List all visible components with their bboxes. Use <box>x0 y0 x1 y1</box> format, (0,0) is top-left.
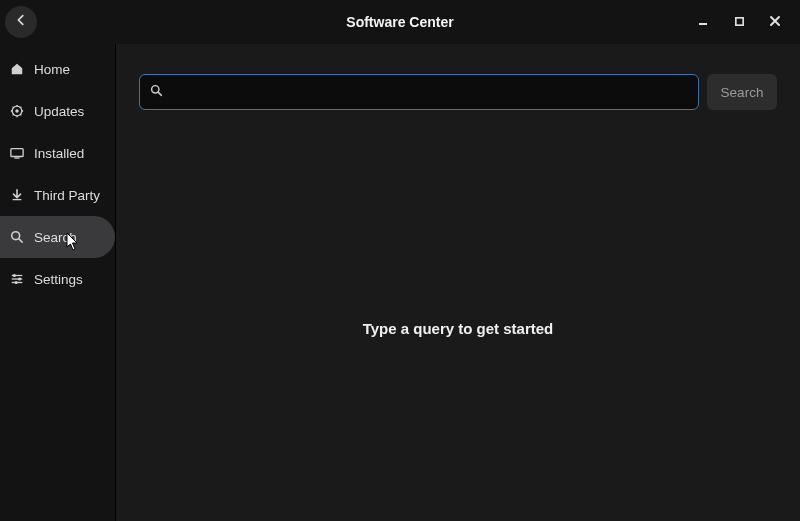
empty-state-text: Type a query to get started <box>363 320 554 337</box>
window-controls <box>694 13 800 31</box>
sidebar-item-updates[interactable]: Updates <box>0 90 115 132</box>
search-input[interactable] <box>171 85 688 100</box>
back-arrow-icon <box>14 13 28 31</box>
svg-line-16 <box>158 92 161 95</box>
sidebar: Home Updates Installed Third Party Searc <box>0 44 116 521</box>
sidebar-item-label: Installed <box>34 146 84 161</box>
search-box[interactable] <box>139 74 699 110</box>
main-panel: Search Type a query to get started <box>116 44 800 521</box>
sidebar-item-search[interactable]: Search <box>0 216 115 258</box>
svg-rect-6 <box>13 199 22 200</box>
svg-point-10 <box>13 274 16 277</box>
titlebar: Software Center <box>0 0 800 44</box>
close-icon <box>769 13 781 31</box>
maximize-icon <box>734 13 745 31</box>
search-button[interactable]: Search <box>707 74 778 110</box>
search-button-label: Search <box>721 85 764 100</box>
sidebar-item-label: Settings <box>34 272 83 287</box>
svg-point-14 <box>15 281 18 284</box>
maximize-button[interactable] <box>730 13 748 31</box>
download-icon <box>10 188 24 202</box>
search-icon <box>10 230 24 244</box>
sidebar-item-third-party[interactable]: Third Party <box>0 174 115 216</box>
svg-rect-0 <box>699 23 707 25</box>
minimize-icon <box>697 13 709 31</box>
sidebar-item-label: Updates <box>34 104 84 119</box>
svg-point-3 <box>15 109 19 113</box>
svg-point-12 <box>18 277 21 280</box>
search-icon <box>150 83 163 101</box>
content-area: Home Updates Installed Third Party Searc <box>0 44 800 521</box>
sidebar-item-home[interactable]: Home <box>0 48 115 90</box>
sidebar-item-settings[interactable]: Settings <box>0 258 115 300</box>
sliders-icon <box>10 272 24 286</box>
sidebar-item-label: Third Party <box>34 188 100 203</box>
gear-icon <box>10 104 24 118</box>
svg-rect-5 <box>14 157 19 158</box>
monitor-icon <box>10 146 24 160</box>
minimize-button[interactable] <box>694 13 712 31</box>
sidebar-item-installed[interactable]: Installed <box>0 132 115 174</box>
sidebar-item-label: Home <box>34 62 70 77</box>
svg-line-8 <box>19 239 23 243</box>
close-button[interactable] <box>766 13 784 31</box>
sidebar-item-label: Search <box>34 230 77 245</box>
home-icon <box>10 62 24 76</box>
search-row: Search <box>139 74 778 110</box>
window-title: Software Center <box>0 14 800 30</box>
back-button[interactable] <box>5 6 37 38</box>
svg-rect-4 <box>11 149 23 157</box>
svg-rect-1 <box>735 18 742 25</box>
